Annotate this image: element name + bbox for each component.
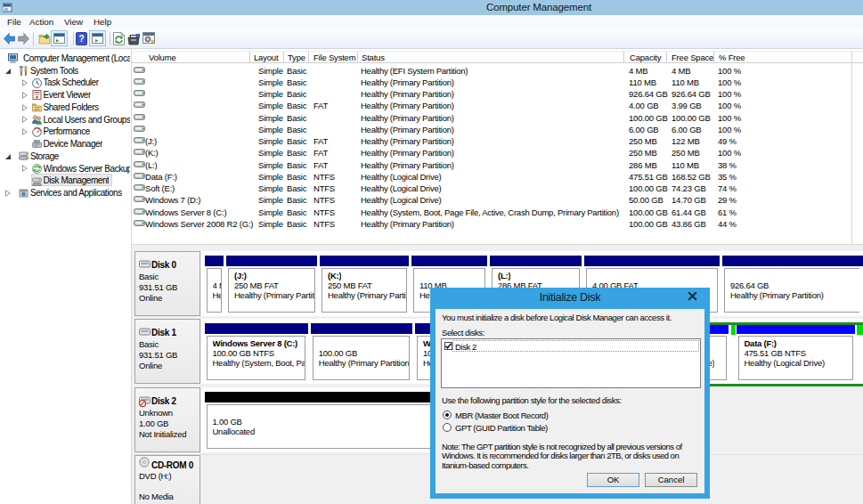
- svg-text:22: 22: [34, 106, 39, 111]
- svg-text:?: ?: [78, 34, 84, 44]
